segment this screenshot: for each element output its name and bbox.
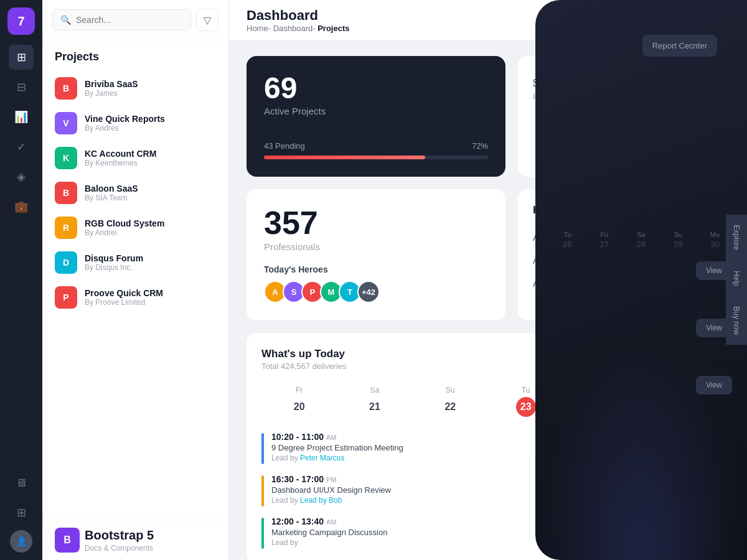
project-info: Baloon SaaS By SIA Team: [85, 184, 216, 202]
nav-layers-icon[interactable]: ◈: [9, 164, 34, 189]
cal-extended-day[interactable]: Fri 27: [587, 231, 621, 249]
search-box[interactable]: 🔍: [52, 9, 191, 30]
right-overlay-panel: Report Cecnter Tu 26 Fri 27 Sa 28 Su 29 …: [535, 0, 747, 560]
hero-avatar: +42: [357, 281, 380, 303]
project-by: By Andres: [85, 124, 216, 133]
breadcrumb-dashboard[interactable]: Dashboard-: [273, 24, 316, 33]
bootstrap-info: Bootstrap 5 Docs & Components: [85, 528, 154, 553]
project-by: By Keenthemes: [85, 159, 216, 167]
breadcrumb: Home- Dashboard- Projects: [247, 24, 350, 33]
search-input[interactable]: [76, 15, 183, 25]
nav-profile-avatar[interactable]: 👤: [10, 530, 32, 553]
project-list: B Briviba SaaS By James V Vine Quick Rep…: [42, 68, 228, 520]
sidebar: 🔍 ▽ Projects B Briviba SaaS By James V V…: [42, 0, 229, 560]
project-item[interactable]: P Proove Quick CRM By Proove Limited: [42, 280, 228, 315]
topbar-left: Dashboard Home- Dashboard- Projects: [247, 7, 350, 33]
project-item[interactable]: B Baloon SaaS By SIA Team: [42, 175, 228, 210]
right-overlay-content: Report Cecnter Tu 26 Fri 27 Sa 28 Su 29 …: [535, 0, 747, 409]
project-info: KC Account CRM By Keenthemes: [85, 149, 216, 167]
project-by: By SIA Team: [85, 194, 216, 202]
project-item[interactable]: R RGB Cloud System By Andrei: [42, 210, 228, 245]
breadcrumb-projects[interactable]: Projects: [317, 24, 349, 33]
bootstrap-logo: B: [55, 528, 80, 553]
cal-ext-name: Fri: [587, 231, 621, 238]
event-lead-link[interactable]: Peter Marcus: [300, 454, 344, 462]
event-time: 12:00 - 13:40 AM: [271, 516, 387, 526]
user-avatar[interactable]: 7: [7, 7, 35, 35]
project-info: RGB Cloud System By Andrei: [85, 218, 216, 237]
nav-chart-icon[interactable]: 📊: [9, 105, 34, 129]
sidebar-search-area: 🔍 ▽: [42, 0, 228, 40]
cal-ext-num: 27: [587, 240, 621, 249]
breadcrumb-home[interactable]: Home-: [247, 24, 271, 33]
cal-ext-name: Sa: [624, 231, 658, 238]
nav-monitor-icon[interactable]: 🖥: [9, 470, 34, 495]
event-lead-link[interactable]: Lead by Bob: [300, 496, 342, 505]
nav-bag-icon[interactable]: 💼: [9, 194, 34, 219]
project-info: Proove Quick CRM By Proove Limited: [85, 288, 216, 307]
report-center-button[interactable]: Report Cecnter: [642, 35, 717, 57]
event-lead: Lead by: [271, 538, 387, 547]
bootstrap-sub: Docs & Components: [85, 544, 154, 553]
project-logo: B: [55, 182, 77, 204]
event-info: 16:30 - 17:00 PM Dashboard UI/UX Design …: [271, 474, 391, 505]
project-by: By Disqus Inc.: [85, 263, 216, 272]
project-logo: D: [55, 251, 77, 274]
event-title: Dashboard UI/UX Design Review: [271, 485, 391, 495]
nav-widgets-icon[interactable]: ⊞: [9, 500, 34, 525]
cal-extended-day[interactable]: Sa 28: [624, 231, 658, 249]
buy-now-tab[interactable]: Buy now: [726, 296, 747, 345]
view-button-3[interactable]: View: [696, 376, 732, 394]
calendar-day[interactable]: Su 22: [413, 381, 488, 422]
cal-ext-num: 26: [550, 240, 585, 249]
nav-check-icon[interactable]: ✓: [9, 134, 34, 159]
cal-ext-name: Su: [661, 231, 695, 238]
professionals-count: 357: [264, 207, 488, 239]
event-lead: Lead by Peter Marcus: [271, 454, 403, 462]
event-period: PM: [326, 476, 337, 483]
project-by: By James: [85, 89, 216, 98]
project-logo: P: [55, 286, 77, 309]
event-period: AM: [326, 434, 337, 441]
active-projects-card: 69 Active Projects 43 Pending 72%: [247, 56, 505, 177]
cal-day-number: 22: [440, 397, 460, 417]
project-name: Baloon SaaS: [85, 184, 216, 194]
project-by: By Andrei: [85, 228, 216, 237]
event-info: 10:20 - 11:00 AM 9 Degree Project Estima…: [271, 432, 403, 462]
calendar-day[interactable]: Fr 20: [261, 381, 337, 422]
event-bar: [261, 433, 264, 464]
cal-ext-num: 28: [624, 240, 658, 249]
project-info: Vine Quick Reports By Andres: [85, 114, 216, 133]
nav-grid-icon[interactable]: ⊟: [9, 75, 34, 100]
progress-percent: 72%: [472, 141, 488, 151]
project-name: RGB Cloud System: [85, 218, 216, 228]
bootstrap-name: Bootstrap 5: [85, 528, 154, 543]
project-item[interactable]: V Vine Quick Reports By Andres: [42, 106, 228, 141]
event-time: 16:30 - 17:00 PM: [271, 474, 391, 484]
filter-button[interactable]: ▽: [196, 9, 218, 31]
cal-day-name: Fr: [264, 386, 334, 394]
project-item[interactable]: D Disqus Forum By Disqus Inc.: [42, 245, 228, 280]
project-item[interactable]: B Briviba SaaS By James: [42, 71, 228, 106]
help-tab[interactable]: Help: [726, 260, 747, 296]
professionals-card: 357 Professionals Today's Heroes ASPMT+4…: [247, 189, 505, 320]
side-tab-group: Explore Help Buy now: [726, 215, 747, 345]
page-title: Dashboard: [247, 7, 350, 24]
active-projects-label: Active Projects: [264, 106, 488, 116]
calendar-day[interactable]: Sa 21: [337, 381, 412, 422]
explore-tab[interactable]: Explore: [726, 215, 747, 260]
project-by: By Proove Limited: [85, 298, 216, 307]
cal-day-number: 21: [365, 397, 385, 417]
content-area: Dashboard Home- Dashboard- Projects New …: [229, 0, 747, 560]
cal-day-name: Sa: [339, 386, 410, 394]
calendar-extended: Tu 26 Fri 27 Sa 28 Su 29 Mo 30: [550, 231, 732, 249]
project-item[interactable]: K KC Account CRM By Keenthemes: [42, 141, 228, 175]
cal-ext-name: Tu: [550, 231, 585, 238]
cal-extended-day[interactable]: Tu 26: [550, 231, 585, 249]
nav-dashboard-icon[interactable]: ⊞: [9, 45, 34, 70]
cal-extended-day[interactable]: Su 29: [661, 231, 695, 249]
project-logo: R: [55, 217, 77, 239]
professionals-label: Professionals: [264, 241, 488, 252]
event-bar: [261, 518, 264, 549]
project-name: Vine Quick Reports: [85, 114, 216, 124]
